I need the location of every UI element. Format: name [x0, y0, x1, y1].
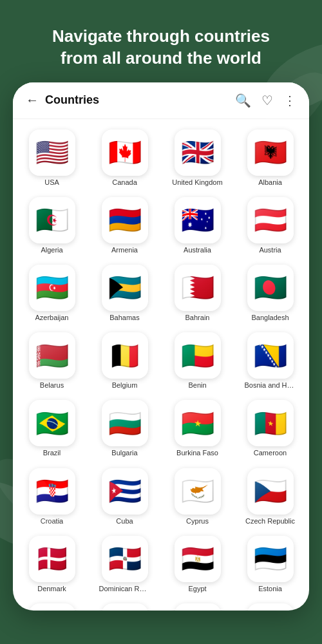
flag-icon: 🇨🇿: [247, 468, 294, 515]
phone-container: ← Countries 🔍 ♡ ⋮ 🇺🇸USA🇨🇦Canada🇬🇧United …: [13, 82, 309, 611]
more-icon[interactable]: ⋮: [283, 93, 296, 108]
flag-icon: 🇧🇾: [29, 332, 75, 379]
country-item[interactable]: 🇫🇮Finland: [15, 598, 88, 611]
flag-icon: 🇭🇷: [29, 468, 75, 515]
flag-icon: 🇧🇭: [175, 265, 221, 311]
flag-icon: 🇩🇰: [29, 536, 75, 582]
flag-icon: 🇦🇺: [175, 197, 221, 243]
country-item[interactable]: 🇺🇸USA: [15, 124, 88, 192]
country-name: Cameroon: [254, 449, 287, 457]
flag-icon: 🇨🇦: [102, 129, 148, 176]
header-title: Navigate through countriesfrom all aroun…: [52, 26, 270, 68]
flag-icon: 🇨🇾: [175, 468, 221, 515]
country-item[interactable]: 🇩🇿Algeria: [15, 192, 88, 260]
flag-icon: 🇧🇬: [102, 400, 148, 446]
flag-icon: 🇩🇿: [29, 197, 75, 243]
flag-icon: 🇧🇫: [175, 400, 221, 446]
country-item[interactable]: 🇧🇾Belarus: [15, 327, 88, 395]
country-name: Bahamas: [109, 314, 139, 322]
page-title: Countries: [45, 93, 235, 107]
country-item[interactable]: 🇦🇺Australia: [161, 192, 234, 260]
country-name: Denmark: [37, 585, 66, 593]
country-item[interactable]: 🇧🇩Bangladesh: [234, 260, 307, 327]
country-name: Cuba: [116, 517, 133, 526]
flag-icon: 🇦🇱: [247, 129, 294, 176]
flag-icon: 🇬🇧: [175, 129, 221, 176]
flag-icon: 🇪🇬: [175, 536, 221, 582]
country-item[interactable]: 🇧🇪Belgium: [88, 327, 161, 395]
country-item[interactable]: 🇫🇷France: [88, 598, 161, 611]
country-item[interactable]: 🇦🇱Albania: [234, 124, 307, 192]
country-item[interactable]: 🇨🇲Cameroon: [234, 395, 307, 462]
country-name: Canada: [112, 178, 137, 187]
country-item[interactable]: 🇧🇭Bahrain: [161, 260, 234, 327]
country-item[interactable]: 🇧🇷Brazil: [15, 395, 88, 462]
country-item[interactable]: 🇩🇴Dominican Rep...: [88, 531, 161, 598]
country-item[interactable]: 🇪🇬Egypt: [161, 531, 234, 598]
country-name: Belarus: [40, 381, 64, 390]
country-item[interactable]: 🇨🇿Czech Republic: [234, 463, 307, 531]
country-name: USA: [44, 178, 59, 187]
country-name: Estonia: [258, 585, 282, 593]
country-name: Cyprus: [186, 517, 209, 526]
header-section: Navigate through countriesfrom all aroun…: [0, 0, 322, 82]
country-name: Benin: [188, 381, 206, 390]
flag-icon: 🇪🇪: [247, 536, 294, 582]
country-name: Egypt: [188, 585, 206, 593]
country-item[interactable]: 🇧🇦Bosnia and Her...: [234, 327, 307, 395]
country-item[interactable]: 🇭🇷Croatia: [15, 463, 88, 531]
country-item[interactable]: 🇧🇯Benin: [161, 327, 234, 395]
search-icon[interactable]: 🔍: [235, 93, 251, 108]
country-name: Bosnia and Her...: [245, 381, 296, 390]
flag-icon: 🇧🇸: [102, 265, 148, 311]
country-name: Belgium: [112, 381, 138, 390]
country-name: Brazil: [43, 449, 61, 457]
flag-icon: 🇨🇺: [102, 468, 148, 515]
country-name: Azerbaijan: [35, 314, 69, 322]
country-item[interactable]: 🇨🇦Canada: [88, 124, 161, 192]
country-item[interactable]: 🇩🇰Denmark: [15, 531, 88, 598]
flag-icon: 🇧🇩: [247, 265, 294, 311]
app-header: ← Countries 🔍 ♡ ⋮: [13, 82, 309, 119]
country-name: Bangladesh: [251, 314, 289, 322]
country-name: Australia: [184, 246, 211, 254]
back-button[interactable]: ←: [26, 93, 39, 108]
favorite-icon[interactable]: ♡: [261, 93, 273, 108]
country-item[interactable]: 🇪🇪Estonia: [234, 531, 307, 598]
country-item[interactable]: 🇬🇧United Kingdom: [161, 124, 234, 192]
flag-icon: 🇬🇲: [175, 603, 221, 611]
country-item[interactable]: 🇨🇾Cyprus: [161, 463, 234, 531]
flag-icon: 🇨🇲: [247, 400, 294, 446]
country-name: Burkina Faso: [176, 449, 218, 457]
flag-icon: 🇩🇴: [102, 536, 148, 582]
flag-icon: 🇧🇪: [102, 332, 148, 379]
flag-icon: 🇧🇯: [175, 332, 221, 379]
country-item[interactable]: 🇦🇹Austria: [234, 192, 307, 260]
country-name: Czech Republic: [245, 517, 295, 526]
flag-icon: 🇧🇦: [247, 332, 294, 379]
country-name: Armenia: [111, 246, 138, 254]
flag-icon: 🇦🇿: [29, 265, 75, 311]
flag-icon: 🇺🇸: [29, 129, 75, 176]
country-item[interactable]: 🇨🇺Cuba: [88, 463, 161, 531]
country-item[interactable]: 🇬🇲Gambia: [161, 598, 234, 611]
country-item[interactable]: 🇦🇲Armenia: [88, 192, 161, 260]
country-item[interactable]: 🇧🇸Bahamas: [88, 260, 161, 327]
country-name: Croatia: [41, 517, 63, 526]
country-item[interactable]: 🇦🇿Azerbaijan: [15, 260, 88, 327]
flag-icon: 🇫🇷: [102, 603, 148, 611]
flag-icon: 🇦🇹: [247, 197, 294, 243]
country-name: Dominican Rep...: [99, 585, 151, 593]
flag-icon: 🇧🇷: [29, 400, 75, 446]
country-item[interactable]: 🇧🇬Bulgaria: [88, 395, 161, 462]
header-icons: 🔍 ♡ ⋮: [235, 93, 296, 108]
country-name: Albania: [258, 178, 282, 187]
country-name: Algeria: [41, 246, 62, 254]
country-name: Bahrain: [185, 314, 210, 322]
country-name: Austria: [259, 246, 281, 254]
flag-icon: 🇦🇲: [102, 197, 148, 243]
country-item[interactable]: 🇧🇫Burkina Faso: [161, 395, 234, 462]
country-item[interactable]: 🇩🇪G...: [234, 598, 307, 611]
countries-grid: 🇺🇸USA🇨🇦Canada🇬🇧United Kingdom🇦🇱Albania🇩🇿…: [13, 119, 309, 611]
flag-icon: 🇩🇪: [247, 603, 294, 611]
